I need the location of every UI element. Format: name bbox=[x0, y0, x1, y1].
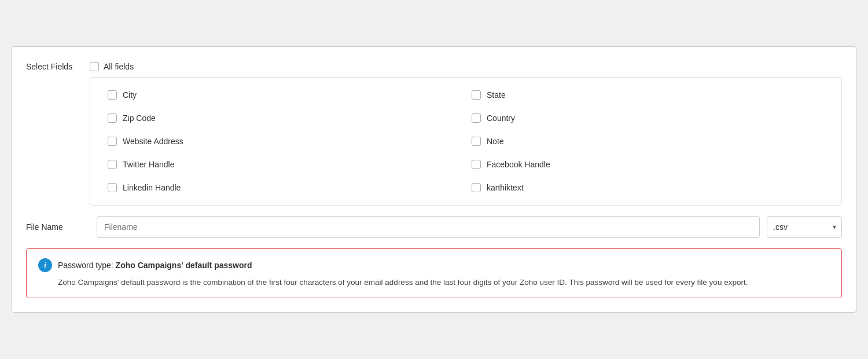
file-extension-select[interactable]: .csv .xlsx .xls bbox=[767, 216, 842, 238]
field-label-zipcode: Zip Code bbox=[123, 113, 156, 123]
select-fields-label: Select Fields bbox=[26, 58, 90, 71]
field-item-city: City bbox=[102, 83, 466, 107]
field-label-note: Note bbox=[487, 137, 504, 146]
field-label-linkedin: Linkedin Handle bbox=[123, 183, 181, 192]
all-fields-wrap: All fields bbox=[90, 62, 134, 71]
info-icon-symbol: i bbox=[44, 261, 46, 270]
checkbox-karthiktext[interactable] bbox=[472, 183, 481, 192]
fields-grid-container: City State Zip Code Country Website Addr… bbox=[90, 77, 842, 206]
field-item-karthiktext: karthiktext bbox=[466, 176, 830, 199]
select-fields-row: Select Fields All fields bbox=[26, 58, 842, 71]
all-fields-label: All fields bbox=[104, 62, 134, 71]
file-name-row: File Name .csv .xlsx .xls ▾ bbox=[26, 216, 842, 238]
field-label-website: Website Address bbox=[123, 137, 183, 146]
field-item-linkedin: Linkedin Handle bbox=[102, 176, 466, 199]
info-title-bold: Zoho Campaigns' default password bbox=[116, 261, 252, 270]
info-body: Zoho Campaigns' default password is the … bbox=[38, 277, 830, 289]
file-extension-wrapper: .csv .xlsx .xls ▾ bbox=[767, 216, 842, 238]
checkbox-zipcode[interactable] bbox=[108, 113, 117, 123]
field-label-twitter: Twitter Handle bbox=[123, 160, 174, 169]
filename-input[interactable] bbox=[97, 216, 760, 238]
checkbox-country[interactable] bbox=[472, 113, 481, 123]
field-label-country: Country bbox=[487, 113, 515, 123]
checkbox-twitter[interactable] bbox=[108, 160, 117, 169]
field-item-website: Website Address bbox=[102, 130, 466, 153]
checkbox-linkedin[interactable] bbox=[108, 183, 117, 192]
checkbox-note[interactable] bbox=[472, 137, 481, 146]
field-item-twitter: Twitter Handle bbox=[102, 153, 466, 176]
info-box: i Password type: Zoho Campaigns' default… bbox=[26, 248, 842, 299]
field-item-country: Country bbox=[466, 107, 830, 130]
checkbox-city[interactable] bbox=[108, 90, 117, 100]
checkbox-facebook[interactable] bbox=[472, 160, 481, 169]
field-item-zipcode: Zip Code bbox=[102, 107, 466, 130]
checkbox-state[interactable] bbox=[472, 90, 481, 100]
field-label-facebook: Facebook Handle bbox=[487, 160, 550, 169]
field-label-city: City bbox=[123, 90, 137, 100]
field-item-facebook: Facebook Handle bbox=[466, 153, 830, 176]
field-label-state: State bbox=[487, 90, 506, 100]
info-icon: i bbox=[38, 258, 52, 272]
main-container: Select Fields All fields City State Zip … bbox=[12, 46, 856, 313]
fields-grid: City State Zip Code Country Website Addr… bbox=[102, 83, 830, 199]
all-fields-checkbox[interactable] bbox=[90, 62, 99, 71]
field-item-state: State bbox=[466, 83, 830, 107]
info-top: i Password type: Zoho Campaigns' default… bbox=[38, 258, 830, 272]
checkbox-website[interactable] bbox=[108, 137, 117, 146]
field-item-note: Note bbox=[466, 130, 830, 153]
field-label-karthiktext: karthiktext bbox=[487, 183, 524, 192]
info-title-prefix: Password type: bbox=[58, 261, 116, 270]
file-name-label: File Name bbox=[26, 222, 90, 232]
info-title: Password type: Zoho Campaigns' default p… bbox=[58, 261, 252, 270]
